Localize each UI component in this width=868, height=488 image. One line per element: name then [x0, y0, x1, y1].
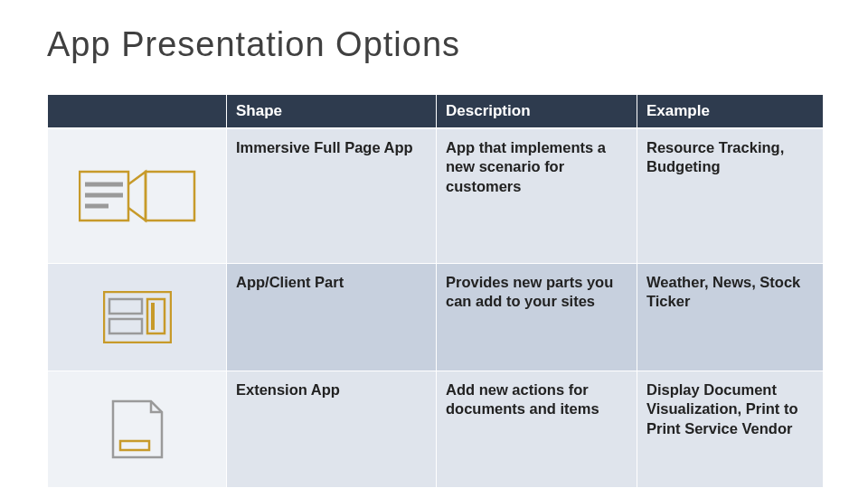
table-row: App/Client Part Provides new parts you c… — [48, 264, 824, 371]
svg-rect-8 — [147, 299, 165, 333]
cell-example: Weather, News, Stock Ticker — [637, 264, 824, 371]
cell-description: Provides new parts you can add to your s… — [437, 264, 637, 371]
cell-example: Display Document Visualization, Print to… — [637, 371, 824, 488]
col-header-shape: Shape — [227, 95, 437, 129]
cell-shape: App/Client Part — [227, 264, 437, 371]
cell-shape: Extension App — [227, 371, 437, 488]
table-row: Immersive Full Page App App that impleme… — [48, 128, 824, 264]
table-row: Extension App Add new actions for docume… — [48, 371, 824, 488]
immersive-icon — [79, 186, 196, 202]
svg-rect-6 — [109, 299, 142, 314]
cell-description: Add new actions for documents and items — [437, 371, 637, 488]
extension-icon — [111, 419, 164, 436]
app-part-icon — [103, 307, 172, 324]
svg-rect-10 — [120, 441, 149, 450]
svg-rect-9 — [151, 303, 155, 330]
slide-title: App Presentation Options — [47, 25, 460, 64]
col-header-description: Description — [437, 95, 637, 129]
svg-rect-4 — [146, 172, 194, 221]
svg-rect-7 — [109, 319, 142, 333]
col-header-example: Example — [637, 95, 824, 129]
cell-description: App that implements a new scenario for c… — [437, 128, 637, 264]
col-header-blank — [48, 95, 227, 129]
cell-shape: Immersive Full Page App — [227, 128, 437, 264]
options-table: Shape Description Example — [47, 94, 823, 488]
cell-example: Resource Tracking, Budgeting — [637, 128, 824, 264]
